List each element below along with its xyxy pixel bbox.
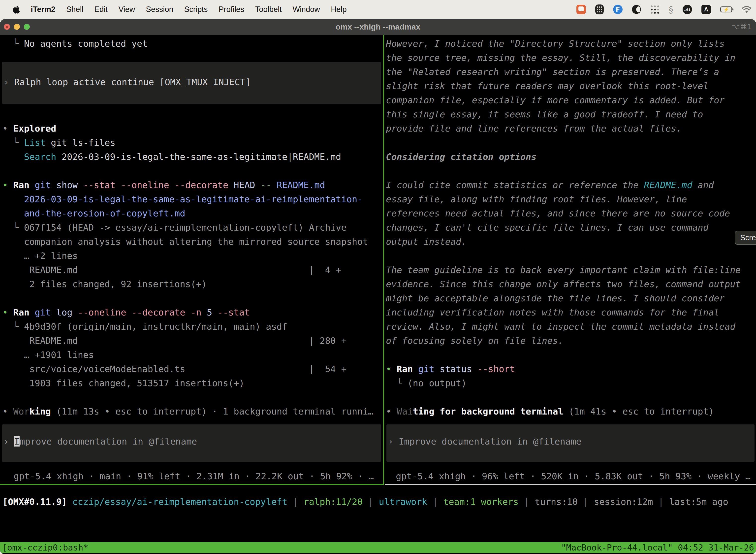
terminal-line: [OMX#0.11.9] cczip/essay/ai-reimplementa… xyxy=(2,495,728,509)
terminal-line: • Ran git show --stat --oneline --decora… xyxy=(2,178,325,192)
menu-scripts[interactable]: Scripts xyxy=(184,5,208,14)
omx-status-bar: [OMX#0.11.9] cczip/essay/ai-reimplementa… xyxy=(0,491,756,509)
tmux-host-clock: "MacBook-Pro-44.local" 04:52 31-Mar-26 xyxy=(561,542,754,553)
terminal-line: this single essay, it seems like a good … xyxy=(386,107,703,121)
menu-items: iTerm2ShellEditViewSessionScriptsProfile… xyxy=(0,5,347,14)
badge-61-icon[interactable]: ..61 xyxy=(683,5,692,14)
terminal-line: evidence. Since this change only affects… xyxy=(386,277,741,291)
terminal-line: of focusing solely on file lines. xyxy=(386,334,563,348)
terminal-line: › Improve documentation in @filename xyxy=(388,434,581,448)
wifi-icon[interactable] xyxy=(742,5,752,13)
terminal-line: └ 4b9d30f (origin/main, instructkr/main,… xyxy=(2,320,288,334)
tmux-session-label: [omx-cczip0:bash* xyxy=(2,542,88,553)
left-prompt-input[interactable]: › Improve documentation in @filename xyxy=(2,425,381,462)
terminal-line: provide file and line references from th… xyxy=(386,121,682,135)
dots-grid-icon[interactable] xyxy=(650,5,659,14)
terminal-line: 1903 files changed, 513517 insertions(+) xyxy=(2,376,244,390)
terminal-line: • Ran git status --short xyxy=(386,362,515,376)
window-shortcut-badge: ⌥⌘1 xyxy=(731,19,752,35)
terminal-line: companion analysis without altering the … xyxy=(2,234,368,249)
left-agent-pane[interactable]: › Ralph loop active continue [OMX_TMUX_I… xyxy=(0,35,383,484)
terminal-line: … +2 lines xyxy=(2,249,78,263)
terminal-line: changes, I can't cite specific file line… xyxy=(386,220,708,234)
terminal-line: I could cite commit statistics or refere… xyxy=(386,178,714,192)
terminal-line: gpt-5.4 xhigh · 96% left · 520K in · 5.8… xyxy=(396,469,751,483)
squiggle-icon[interactable]: § xyxy=(669,4,673,15)
menu-bar: iTerm2ShellEditViewSessionScriptsProfile… xyxy=(0,0,756,19)
terminal-area: › Ralph loop active continue [OMX_TMUX_I… xyxy=(0,35,756,554)
menu-window[interactable]: Window xyxy=(293,5,320,14)
terminal-line: • Working (11m 13s • esc to interrupt) ·… xyxy=(2,404,374,419)
terminal-line: › Ralph loop active continue [OMX_TMUX_I… xyxy=(3,75,251,89)
pane-divider[interactable] xyxy=(383,35,384,485)
terminal-line: slight risk that future readers may over… xyxy=(386,79,708,93)
right-prompt-input[interactable]: › Improve documentation in @filename xyxy=(386,425,755,462)
terminal-line: The team guideline is to back every impo… xyxy=(386,263,741,277)
terminal-line: › Improve documentation in @filename xyxy=(3,434,197,448)
terminal-line: the "Related research writing" section i… xyxy=(386,65,719,79)
ralph-loop-queued-prompt-box: › Ralph loop active continue [OMX_TMUX_I… xyxy=(2,62,381,104)
menu-shell[interactable]: Shell xyxy=(66,5,83,14)
terminal-line: └ List git ls-files xyxy=(2,135,115,150)
window-title: omx --xhigh --madmax xyxy=(0,19,756,35)
menu-toolbelt[interactable]: Toolbelt xyxy=(255,5,282,14)
menu-profiles[interactable]: Profiles xyxy=(218,5,244,14)
terminal-line: 2 files changed, 92 insertions(+) xyxy=(2,277,207,291)
menu-edit[interactable]: Edit xyxy=(94,5,107,14)
terminal-line: src/voice/voiceModeEnabled.ts | 54 + xyxy=(2,362,346,376)
terminal-line: Considering citation options xyxy=(386,150,537,164)
terminal-line: companion file, especially if more comme… xyxy=(386,93,724,107)
chat-icon[interactable] xyxy=(576,5,586,14)
terminal-line: and-the-erosion-of-copyleft.md xyxy=(2,206,185,220)
terminal-line: output instead. xyxy=(386,234,466,249)
terminal-line: • Explored xyxy=(2,121,56,135)
left-pane-bottom-border xyxy=(0,484,383,485)
right-pane-bottom-border xyxy=(385,484,756,485)
title-bar[interactable]: omx --xhigh --madmax ⌥⌘1 xyxy=(0,19,756,35)
terminal-line: including verification notes with those … xyxy=(386,305,719,320)
terminal-line: README.md | 280 + xyxy=(2,334,346,348)
terminal-line: However, I noticed the "Directory Struct… xyxy=(386,37,724,51)
menu-view[interactable]: View xyxy=(119,5,135,14)
terminal-line: essay file, along with finding root file… xyxy=(386,192,687,206)
terminal-line: Search 2026-03-09-is-legal-the-same-as-l… xyxy=(2,150,341,164)
keyboard-a-icon[interactable]: A xyxy=(701,5,711,14)
terminal-line: └ 067f154 (HEAD -> essay/ai-reimplementa… xyxy=(2,220,346,234)
terminal-line: 2026-03-09-is-legal-the-same-as-legitima… xyxy=(2,192,363,206)
terminal-line: README.md | 4 + xyxy=(2,263,341,277)
right-agent-pane[interactable]: › Improve documentation in @filename gpt… xyxy=(385,35,756,484)
terminal-line: └ (no output) xyxy=(386,376,466,390)
iterm2-window: omx --xhigh --madmax ⌥⌘1 › Ralph loop ac… xyxy=(0,19,756,554)
terminal-line: └ No agents completed yet xyxy=(2,37,147,51)
screen-tooltip: Scre xyxy=(735,231,756,245)
apple-icon[interactable] xyxy=(12,5,20,14)
terminal-line: the source tree, missing the essay. Stil… xyxy=(386,51,736,65)
menu-iterm2[interactable]: iTerm2 xyxy=(31,5,55,14)
terminal-line: • Waiting for background terminal (1m 41… xyxy=(386,404,714,419)
terminal-line: gpt-5.4 xhigh · main · 91% left · 2.31M … xyxy=(14,469,374,483)
tmux-status-bar: [omx-cczip0:bash* "MacBook-Pro-44.local"… xyxy=(0,542,756,553)
bolt-badge-icon[interactable]: Ϝ xyxy=(613,5,623,14)
terminal-line: might be acceptable alongside the file l… xyxy=(386,291,724,305)
terminal-line: • Ran git log --oneline --decorate -n 5 … xyxy=(2,305,250,320)
menu-session[interactable]: Session xyxy=(146,5,173,14)
pie-crescent-icon[interactable] xyxy=(632,5,641,14)
battery-charging-icon[interactable]: ⚡ xyxy=(720,6,732,12)
terminal-line: review. Also, I might want to inspect th… xyxy=(386,320,736,334)
waffle-grid-icon[interactable] xyxy=(595,4,604,14)
menu-status-icons: Ϝ § ..61 A ⚡ xyxy=(576,0,752,19)
terminal-line: references need actual files, and since … xyxy=(386,206,730,220)
terminal-line: … +1901 lines xyxy=(2,348,94,362)
menu-help[interactable]: Help xyxy=(331,5,347,14)
